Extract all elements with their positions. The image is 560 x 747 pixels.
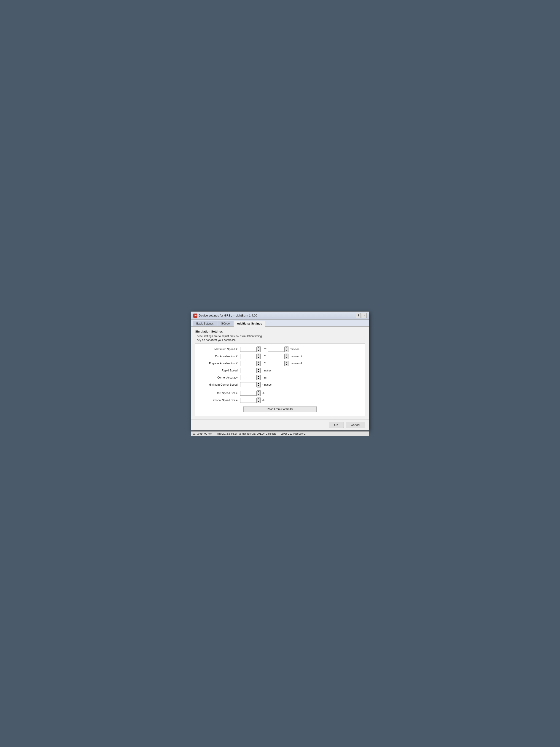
cut-accel-x-label: Cut Acceleration X: [199,355,240,358]
rapid-speed-input[interactable]: 400.0 [240,368,257,373]
cut-speed-scale-spinbox: 100.0 ▲ ▼ [240,390,261,396]
max-speed-x-down[interactable]: ▼ [257,349,260,352]
cut-accel-y-spinbox: 3000.0 ▲ ▼ [268,354,289,359]
status-min-max: Min (207.5x, 98.2y) to Max (384.7x, 291.… [217,432,276,435]
cut-speed-scale-label: Cut Speed Scale: [199,392,240,395]
engrave-accel-y-up[interactable]: ▲ [285,361,288,363]
dialog-titlebar: LB Device settings for GRBL – LightBurn … [191,312,369,320]
corner-accuracy-row: Corner Accuracy: 0.010 ▲ ▼ mm [199,375,361,380]
global-speed-scale-spinbox: 100.0 ▲ ▼ [240,397,261,403]
corner-accuracy-up[interactable]: ▲ [257,375,260,378]
cut-speed-scale-unit: % [262,392,264,395]
corner-accuracy-spinbox: 0.010 ▲ ▼ [240,375,261,380]
cancel-button[interactable]: Cancel [346,422,365,428]
section-desc1: These settings are to adjust preview / s… [195,335,365,338]
engrave-accel-row: Engrave Acceleration X: 3000.0 ▲ ▼ Y: 30… [199,361,361,366]
engrave-accel-x-input[interactable]: 3000.0 [240,361,257,366]
min-corner-speed-up[interactable]: ▲ [257,382,260,385]
rapid-speed-label: Rapid Speed: [199,369,240,372]
tab-basic-settings[interactable]: Basic Settings [193,320,217,326]
status-bar: 00, y: 954.00 mm Min (207.5x, 98.2y) to … [191,431,369,436]
cut-speed-scale-input[interactable]: 100.0 [240,391,257,396]
corner-accuracy-down[interactable]: ▼ [257,378,260,380]
engrave-accel-y-label: Y: [264,362,267,365]
engrave-accel-unit: mm/sec^2 [290,362,302,365]
max-speed-y-spinbox: 400.0 ▲ ▼ [268,346,289,352]
cut-accel-x-spinbox: 3000.0 ▲ ▼ [240,354,261,359]
cut-accel-y-input[interactable]: 3000.0 [268,354,285,359]
rapid-speed-spinbox: 400.0 ▲ ▼ [240,368,261,373]
tab-gcode[interactable]: GCode [217,320,233,326]
min-corner-speed-label: Minimum Corner Speed: [199,383,240,386]
cut-speed-scale-up[interactable]: ▲ [257,391,260,393]
max-speed-y-down[interactable]: ▼ [285,349,288,352]
cut-accel-x-up[interactable]: ▲ [257,354,260,356]
engrave-accel-x-label: Engrave Acceleration X: [199,362,240,365]
global-speed-scale-label: Global Speed Scale: [199,399,240,402]
max-speed-unit: mm/sec [290,347,299,351]
status-layer: Layer C12 Pass 2 of 2 [281,432,305,435]
section-desc2: They do not affect your controller. [195,338,365,342]
global-speed-scale-down[interactable]: ▼ [257,400,260,403]
min-corner-speed-row: Minimum Corner Speed: 1.00 ▲ ▼ mm/sec [199,382,361,387]
cut-accel-y-down[interactable]: ▼ [285,356,288,359]
min-corner-speed-down[interactable]: ▼ [257,385,260,387]
max-speed-x-input[interactable]: 500.0 [240,347,257,352]
corner-accuracy-label: Corner Accuracy: [199,376,240,379]
tab-additional-settings[interactable]: Additional Settings [234,320,265,327]
app-icon: LB [193,313,197,318]
cut-accel-row: Cut Acceleration X: 3000.0 ▲ ▼ Y: 3000.0 [199,354,361,359]
max-speed-y-input[interactable]: 400.0 [268,347,285,352]
rapid-speed-down[interactable]: ▼ [257,370,260,373]
cut-speed-scale-down[interactable]: ▼ [257,393,260,396]
close-button[interactable]: × [362,313,367,318]
ok-button[interactable]: OK [329,422,344,428]
rapid-speed-up[interactable]: ▲ [257,368,260,370]
help-button[interactable]: ? [356,313,361,318]
read-from-controller-button[interactable]: Read From Controller [243,406,317,412]
engrave-accel-y-input[interactable]: 3000.0 [268,361,285,366]
global-speed-scale-up[interactable]: ▲ [257,398,260,400]
max-speed-x-up[interactable]: ▲ [257,347,260,349]
engrave-accel-y-spinbox: 3000.0 ▲ ▼ [268,361,289,366]
cut-accel-x-input[interactable]: 3000.0 [240,354,257,359]
engrave-accel-y-down[interactable]: ▼ [285,363,288,366]
tabs-bar: Basic Settings GCode Additional Settings [191,320,369,327]
max-speed-x-label: Maximum Speed X: [199,347,240,351]
global-speed-scale-unit: % [262,399,264,402]
cut-accel-x-down[interactable]: ▼ [257,356,260,359]
corner-accuracy-input[interactable]: 0.010 [240,375,257,380]
dialog-title: Device settings for GRBL – LightBurn 1.4… [199,314,257,317]
max-speed-row: Maximum Speed X: 500.0 ▲ ▼ Y: 400.0 [199,346,361,352]
min-corner-speed-spinbox: 1.00 ▲ ▼ [240,382,261,387]
max-speed-x-spinbox: 500.0 ▲ ▼ [240,346,261,352]
global-speed-scale-input[interactable]: 100.0 [240,398,257,403]
rapid-speed-unit: mm/sec [262,369,271,372]
corner-accuracy-unit: mm [262,376,267,379]
global-speed-scale-row: Global Speed Scale: 100.0 ▲ ▼ % [199,397,361,403]
max-speed-y-up[interactable]: ▲ [285,347,288,349]
min-corner-speed-unit: mm/sec [262,383,271,386]
cut-accel-y-label: Y: [264,355,267,358]
section-title: Simulation Settings [195,330,365,333]
engrave-accel-x-spinbox: 3000.0 ▲ ▼ [240,361,261,366]
min-corner-speed-input[interactable]: 1.00 [240,382,257,387]
engrave-accel-x-down[interactable]: ▼ [257,363,260,366]
rapid-speed-row: Rapid Speed: 400.0 ▲ ▼ mm/sec [199,368,361,373]
status-coords: 00, y: 954.00 mm [193,432,212,435]
dialog-footer: OK Cancel [191,419,369,430]
cut-speed-scale-row: Cut Speed Scale: 100.0 ▲ ▼ % [199,390,361,396]
engrave-accel-x-up[interactable]: ▲ [257,361,260,363]
cut-accel-unit: mm/sec^2 [290,355,302,358]
cut-accel-y-up[interactable]: ▲ [285,354,288,356]
max-speed-y-label: Y: [264,347,267,351]
